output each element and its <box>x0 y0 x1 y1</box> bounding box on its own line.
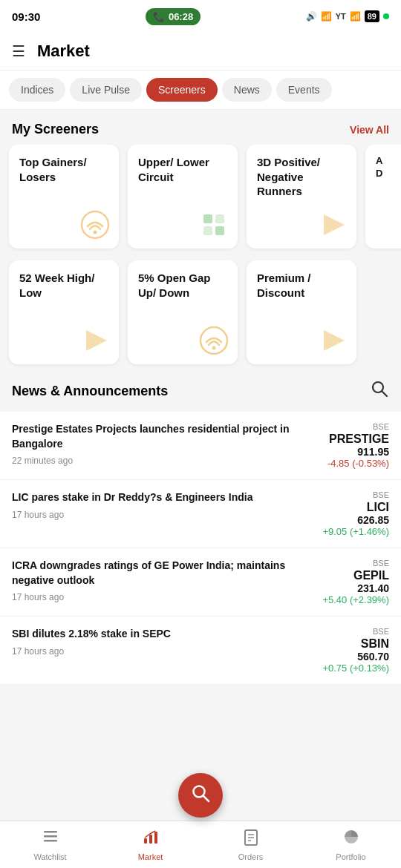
news-ticker: GEPIL <box>307 569 389 582</box>
app-header: ☰ Market <box>0 33 401 70</box>
tab-news[interactable]: News <box>222 78 272 102</box>
screener-label: 52 Week High/ Low <box>19 271 108 300</box>
news-section-header: News & Announcements <box>0 379 401 412</box>
tab-indices[interactable]: Indices <box>9 78 65 102</box>
tab-livepulse[interactable]: Live Pulse <box>70 78 142 102</box>
news-price: 231.40 <box>307 582 389 594</box>
bottom-nav-orders[interactable]: Orders <box>200 821 301 868</box>
screeners-title: My Screeners <box>12 122 99 137</box>
screener-card-top-gainers[interactable]: Top Gainers/ Losers <box>9 145 119 249</box>
svg-rect-19 <box>149 835 152 844</box>
screener-label: 5% Open Gap Up/ Down <box>138 271 227 300</box>
screener-icon-play3 <box>316 324 349 357</box>
svg-point-0 <box>82 211 108 238</box>
screener-card-5pct-open[interactable]: 5% Open Gap Up/ Down <box>128 260 238 364</box>
news-section-title: News & Announcements <box>12 384 168 399</box>
call-duration: 06:28 <box>169 11 193 22</box>
svg-rect-20 <box>154 832 157 844</box>
orders-icon <box>242 828 260 850</box>
screener-label: Top Gainers/ Losers <box>19 155 108 184</box>
screener-card-3d-positive[interactable]: 3D Positive/ Negative Runners <box>247 145 356 249</box>
fab-search-icon <box>190 783 211 809</box>
news-exchange: BSE <box>307 490 389 499</box>
market-label: Market <box>138 852 163 861</box>
screener-label: Upper/ Lower Circuit <box>138 155 227 184</box>
menu-button[interactable]: ☰ <box>12 42 25 60</box>
nav-tabs: Indices Live Pulse Screeners News Events <box>0 70 401 110</box>
dot-indicator <box>383 13 389 19</box>
screeners-row2: 52 Week High/ Low 5% Open Gap Up/ Down P… <box>0 260 401 367</box>
screener-icon-grid <box>198 208 230 241</box>
call-timer: 📞 06:28 <box>146 8 200 25</box>
page-title: Market <box>37 42 90 61</box>
news-time: 17 hours ago <box>12 592 299 602</box>
news-exchange: BSE <box>307 559 389 568</box>
news-time: 17 hours ago <box>12 510 299 520</box>
news-price: 911.95 <box>307 446 389 458</box>
news-change: +0.75 (+0.13%) <box>307 662 389 674</box>
svg-point-8 <box>200 327 227 354</box>
view-all-button[interactable]: View All <box>350 124 389 136</box>
screener-icon-wifi <box>79 208 111 241</box>
news-item-prestige[interactable]: Prestige Estates Projects launches resid… <box>0 412 401 480</box>
bottom-nav-portfolio[interactable]: Portfolio <box>301 821 401 868</box>
svg-rect-18 <box>144 838 147 844</box>
phone-icon: 📞 <box>153 11 165 22</box>
news-headline: Prestige Estates Projects launches resid… <box>12 422 299 451</box>
screener-icon-play2 <box>79 324 111 357</box>
news-right-prestige: BSE PRESTIGE 911.95 -4.85 (-0.53%) <box>307 422 389 469</box>
screener-label: 3D Positive/ Negative Runners <box>257 155 346 199</box>
tab-events[interactable]: Events <box>276 78 332 102</box>
wifi-icon: 📶 <box>321 11 332 22</box>
news-ticker: PRESTIGE <box>307 433 389 446</box>
screener-icon-wifi2 <box>198 324 230 357</box>
news-section: News & Announcements Prestige Estates Pr… <box>0 367 401 744</box>
news-search-button[interactable] <box>370 379 389 403</box>
news-time: 22 minutes ago <box>12 456 299 466</box>
news-time: 17 hours ago <box>12 646 299 657</box>
svg-point-9 <box>212 346 216 350</box>
svg-rect-2 <box>203 214 212 223</box>
svg-rect-4 <box>203 226 212 235</box>
svg-rect-5 <box>215 226 224 235</box>
svg-marker-6 <box>324 214 345 235</box>
news-change: +5.40 (+2.39%) <box>307 594 389 605</box>
tab-screeners[interactable]: Screeners <box>146 78 218 102</box>
news-headline: SBI dilutes 2.18% stake in SEPC <box>12 627 299 642</box>
battery-icon: 89 <box>365 10 379 22</box>
bottom-nav-market[interactable]: Market <box>100 821 200 868</box>
news-right-sbin: BSE SBIN 560.70 +0.75 (+0.13%) <box>307 627 389 674</box>
screener-card-upper-lower[interactable]: Upper/ Lower Circuit <box>128 145 238 249</box>
watchlist-label: Watchlist <box>33 852 66 861</box>
news-change: -4.85 (-0.53%) <box>307 458 389 469</box>
news-left-lici: LIC pares stake in Dr Reddy?s & Engineer… <box>12 490 299 537</box>
screener-icon-play <box>316 208 349 241</box>
screener-card-more[interactable]: AD <box>365 145 401 249</box>
svg-rect-15 <box>44 831 57 833</box>
screener-label: Premium / Discount <box>257 271 346 300</box>
screener-label: AD <box>376 155 400 180</box>
svg-line-12 <box>382 392 388 397</box>
news-item-gepil[interactable]: ICRA downgrades ratings of GE Power Indi… <box>0 548 401 617</box>
news-left-sbin: SBI dilutes 2.18% stake in SEPC 17 hours… <box>12 627 299 674</box>
screener-card-premium-discount[interactable]: Premium / Discount <box>247 260 356 364</box>
portfolio-label: Portfolio <box>336 852 365 861</box>
news-ticker: SBIN <box>307 637 389 651</box>
news-headline: ICRA downgrades ratings of GE Power Indi… <box>12 559 299 588</box>
news-left-gepil: ICRA downgrades ratings of GE Power Indi… <box>12 559 299 605</box>
status-bar: 09:30 📞 06:28 🔊 📶 YT 📶 89 <box>0 0 401 33</box>
news-right-gepil: BSE GEPIL 231.40 +5.40 (+2.39%) <box>307 559 389 605</box>
news-price: 626.85 <box>307 514 389 526</box>
news-price: 560.70 <box>307 651 389 662</box>
news-item-sbin[interactable]: SBI dilutes 2.18% stake in SEPC 17 hours… <box>0 617 401 685</box>
svg-line-14 <box>203 795 209 801</box>
volume-icon: 🔊 <box>306 11 317 22</box>
screeners-row1: Top Gainers/ Losers Upper/ Lower Circuit… <box>0 145 401 251</box>
screener-card-52week[interactable]: 52 Week High/ Low <box>9 260 119 364</box>
news-ticker: LICI <box>307 501 389 514</box>
fab-search-button[interactable] <box>178 773 223 818</box>
news-right-lici: BSE LICI 626.85 +9.05 (+1.46%) <box>307 490 389 537</box>
svg-rect-17 <box>44 840 57 842</box>
bottom-nav-watchlist[interactable]: Watchlist <box>0 821 100 868</box>
news-item-lici[interactable]: LIC pares stake in Dr Reddy?s & Engineer… <box>0 480 401 548</box>
